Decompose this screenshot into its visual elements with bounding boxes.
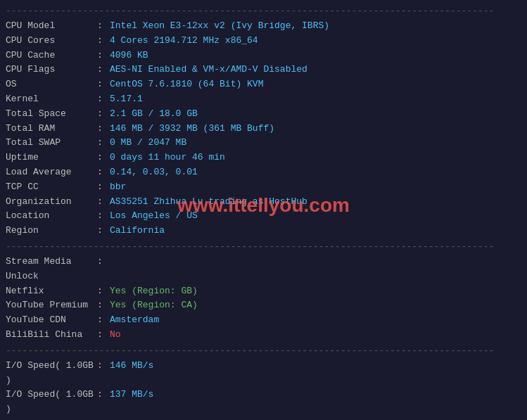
- row-total-space: Total Space : 2.1 GB / 18.0 GB: [6, 107, 521, 122]
- row-cpu-cache: CPU Cache : 4096 KB: [6, 49, 521, 63]
- row-kernel: Kernel : 5.17.1: [6, 92, 521, 107]
- colon-os: :: [97, 77, 107, 92]
- value-cpu-cache: 4096 KB: [110, 49, 521, 63]
- label-tcp-cc: TCP CC: [6, 180, 97, 195]
- value-io-2: 137 MB/s: [110, 388, 521, 417]
- colon-cpu-cores: :: [97, 34, 107, 49]
- label-organization: Organization: [6, 195, 97, 210]
- main-container: ----------------------------------------…: [6, 6, 521, 420]
- divider-io: ----------------------------------------…: [6, 345, 521, 356]
- value-bilibili: No: [110, 328, 521, 343]
- row-uptime: Uptime : 0 days 11 hour 46 min: [6, 151, 521, 165]
- row-stream-title: Stream Media Unlock :: [6, 255, 521, 284]
- value-load-average: 0.14, 0.03, 0.01: [110, 165, 521, 180]
- value-kernel: 5.17.1: [110, 92, 521, 107]
- label-region: Region: [6, 224, 97, 238]
- row-os: OS : CentOS 7.6.1810 (64 Bit) KVM: [6, 77, 521, 92]
- colon-youtube-premium: :: [97, 298, 107, 313]
- label-io-2: I/O Speed( 1.0GB ): [6, 388, 97, 417]
- label-cpu-cache: CPU Cache: [6, 49, 97, 63]
- row-io-2: I/O Speed( 1.0GB ) : 137 MB/s: [6, 388, 521, 417]
- value-stream-title: [110, 255, 521, 284]
- label-load-average: Load Average: [6, 165, 97, 180]
- value-tcp-cc: bbr: [110, 180, 521, 195]
- colon-bilibili: :: [97, 328, 107, 343]
- colon-total-ram: :: [97, 122, 107, 136]
- colon-cpu-cache: :: [97, 49, 107, 63]
- label-youtube-premium: YouTube Premium: [6, 298, 97, 313]
- row-io-1: I/O Speed( 1.0GB ) : 146 MB/s: [6, 359, 521, 388]
- value-cpu-cores: 4 Cores 2194.712 MHz x86_64: [110, 34, 521, 49]
- colon-region: :: [97, 224, 107, 238]
- value-region: California: [110, 224, 521, 238]
- label-youtube-cdn: YouTube CDN: [6, 313, 97, 328]
- row-youtube-cdn: YouTube CDN : Amsterdam: [6, 313, 521, 328]
- row-netflix: Netflix : Yes (Region: GB): [6, 284, 521, 299]
- colon-load-average: :: [97, 165, 107, 180]
- colon-location: :: [97, 209, 107, 224]
- io-speed-section: I/O Speed( 1.0GB ) : 146 MB/s I/O Speed(…: [6, 359, 521, 420]
- value-cpu-flags: AES-NI Enabled & VM-x/AMD-V Disabled: [110, 63, 521, 77]
- label-total-swap: Total SWAP: [6, 136, 97, 151]
- label-cpu-flags: CPU Flags: [6, 63, 97, 77]
- row-total-ram: Total RAM : 146 MB / 3932 MB (361 MB Buf…: [6, 122, 521, 136]
- value-total-space: 2.1 GB / 18.0 GB: [110, 107, 521, 122]
- label-total-ram: Total RAM: [6, 122, 97, 136]
- colon-io-2: :: [97, 388, 107, 417]
- label-uptime: Uptime: [6, 151, 97, 165]
- colon-total-space: :: [97, 107, 107, 122]
- label-io-3: I/O Speed( 1.0GB ): [6, 417, 97, 420]
- divider-stream: ----------------------------------------…: [6, 241, 521, 252]
- colon-io-3: :: [97, 417, 107, 420]
- value-cpu-model: Intel Xeon E3-12xx v2 (Ivy Bridge, IBRS): [110, 19, 521, 34]
- colon-cpu-model: :: [97, 19, 107, 34]
- value-youtube-cdn: Amsterdam: [110, 313, 521, 328]
- row-cpu-model: CPU Model : Intel Xeon E3-12xx v2 (Ivy B…: [6, 19, 521, 34]
- label-netflix: Netflix: [6, 284, 97, 299]
- row-location: Location : Los Angeles / US: [6, 209, 521, 224]
- colon-io-1: :: [97, 359, 107, 388]
- value-io-3: 175 MB/s: [110, 417, 521, 420]
- label-kernel: Kernel: [6, 92, 97, 107]
- label-bilibili: BiliBili China: [6, 328, 97, 343]
- label-location: Location: [6, 209, 97, 224]
- value-youtube-premium: Yes (Region: CA): [110, 298, 521, 313]
- stream-media-section: Stream Media Unlock : Netflix : Yes (Reg…: [6, 255, 521, 343]
- value-total-swap: 0 MB / 2047 MB: [110, 136, 521, 151]
- value-netflix: Yes (Region: GB): [110, 284, 521, 299]
- row-io-3: I/O Speed( 1.0GB ) : 175 MB/s: [6, 417, 521, 420]
- colon-youtube-cdn: :: [97, 313, 107, 328]
- row-cpu-flags: CPU Flags : AES-NI Enabled & VM-x/AMD-V …: [6, 63, 521, 77]
- value-organization: AS35251 Zhihua Lu trading as HostHub: [110, 195, 521, 210]
- colon-kernel: :: [97, 92, 107, 107]
- system-info-section: CPU Model : Intel Xeon E3-12xx v2 (Ivy B…: [6, 19, 521, 238]
- row-region: Region : California: [6, 224, 521, 238]
- value-total-ram: 146 MB / 3932 MB (361 MB Buff): [110, 122, 521, 136]
- colon-stream-title: :: [97, 255, 107, 284]
- row-cpu-cores: CPU Cores : 4 Cores 2194.712 MHz x86_64: [6, 34, 521, 49]
- colon-uptime: :: [97, 151, 107, 165]
- value-uptime: 0 days 11 hour 46 min: [110, 151, 521, 165]
- row-load-average: Load Average : 0.14, 0.03, 0.01: [6, 165, 521, 180]
- colon-netflix: :: [97, 284, 107, 299]
- label-io-1: I/O Speed( 1.0GB ): [6, 359, 97, 388]
- colon-tcp-cc: :: [97, 180, 107, 195]
- label-cpu-cores: CPU Cores: [6, 34, 97, 49]
- row-youtube-premium: YouTube Premium : Yes (Region: CA): [6, 298, 521, 313]
- divider-top: ----------------------------------------…: [6, 6, 521, 16]
- colon-total-swap: :: [97, 136, 107, 151]
- label-cpu-model: CPU Model: [6, 19, 97, 34]
- label-total-space: Total Space: [6, 107, 97, 122]
- value-location: Los Angeles / US: [110, 209, 521, 224]
- value-io-1: 146 MB/s: [110, 359, 521, 388]
- label-os: OS: [6, 77, 97, 92]
- colon-organization: :: [97, 195, 107, 210]
- value-os: CentOS 7.6.1810 (64 Bit) KVM: [110, 77, 521, 92]
- row-total-swap: Total SWAP : 0 MB / 2047 MB: [6, 136, 521, 151]
- row-tcp-cc: TCP CC : bbr: [6, 180, 521, 195]
- row-organization: Organization : AS35251 Zhihua Lu trading…: [6, 195, 521, 210]
- label-stream-title: Stream Media Unlock: [6, 255, 97, 284]
- colon-cpu-flags: :: [97, 63, 107, 77]
- row-bilibili: BiliBili China : No: [6, 328, 521, 343]
